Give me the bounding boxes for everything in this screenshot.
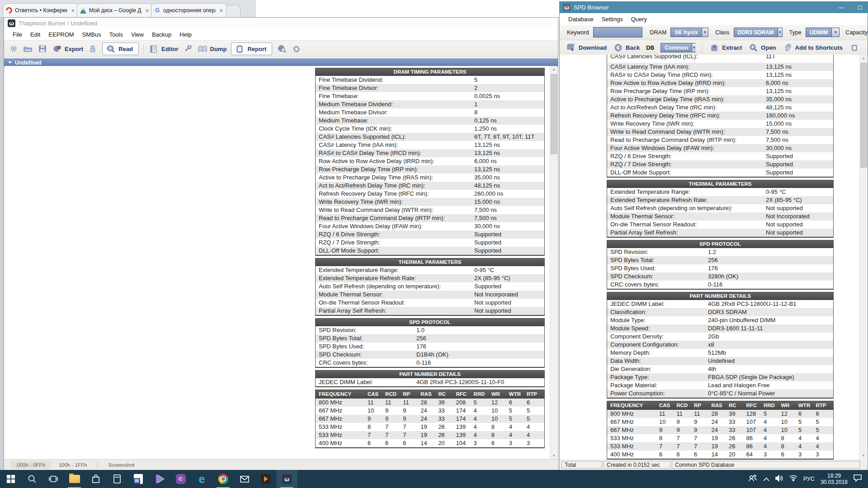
table-row: JEDEC DIMM Label:4GB 2Rx8 PC3-12800S-11-… — [316, 378, 544, 386]
scroll-down-icon[interactable]: ▼ — [860, 452, 867, 460]
viber-button[interactable]: ✆ — [170, 470, 191, 488]
spd-titlebar[interactable]: ω SPD Browser — ☐ — [560, 2, 868, 13]
scroll-thumb[interactable] — [860, 63, 867, 168]
back-button[interactable]: Back — [613, 43, 640, 52]
edge-button[interactable]: e — [191, 470, 212, 488]
wifi-icon[interactable] — [789, 475, 797, 483]
volume-icon[interactable] — [775, 475, 783, 483]
row-value: Supported — [473, 282, 544, 291]
table-row: 667 MHz1099243310741055 — [607, 418, 833, 426]
browser-tab-3[interactable]: G односторонняя операт × — [151, 3, 227, 17]
language-indicator[interactable]: РУС — [803, 476, 815, 482]
table-row: DLL-Off Mode Support:Supported — [607, 169, 833, 177]
keyword-input[interactable] — [593, 27, 642, 38]
scroll-down-icon[interactable]: ▼ — [550, 452, 557, 460]
row-label: Write to Read Command Delay (tWTR min): — [316, 206, 473, 214]
refresh-icon[interactable] — [291, 44, 301, 53]
menu-item[interactable]: Tools — [105, 30, 127, 39]
extract-button[interactable]: Extract — [709, 43, 742, 52]
menu-item[interactable]: File — [9, 30, 26, 39]
close-tab-icon[interactable]: × — [144, 7, 150, 14]
browser-tab-1[interactable]: Ответить • Конференци × — [3, 3, 79, 17]
cell: 4 — [509, 431, 527, 439]
thermal-section: THERMAL PARAMETERS Extended Temperature … — [607, 180, 834, 238]
cell: 8 — [781, 434, 799, 442]
clipped-toolbar-icon[interactable] — [852, 43, 857, 52]
menu-item[interactable]: View — [127, 30, 148, 39]
google-icon: G — [154, 7, 160, 14]
query-time: Created in 0,0152 sec — [604, 461, 670, 469]
kmplayer-button[interactable] — [149, 470, 170, 488]
task-view-button[interactable] — [42, 470, 64, 488]
open-folder-icon[interactable] — [23, 44, 33, 53]
save-icon[interactable] — [38, 44, 47, 53]
browser-tab-2[interactable]: Мой диск – Google Дис × — [77, 3, 153, 17]
mail-button[interactable] — [234, 470, 255, 488]
store-button[interactable] — [85, 470, 106, 488]
chrome-button[interactable] — [212, 470, 234, 488]
scrollbar-vertical[interactable]: ▲ ▼ — [859, 55, 867, 460]
scroll-up-icon[interactable]: ▲ — [550, 66, 557, 73]
start-button[interactable] — [0, 470, 21, 488]
row-label: RZQ / 7 Drive Strength: — [607, 160, 765, 169]
type-select[interactable]: UDIMM ▼ — [806, 28, 840, 37]
lock-icon[interactable] — [88, 44, 98, 53]
table-row: Component Density:2Gb — [607, 333, 833, 341]
export-button[interactable]: Export — [52, 44, 83, 53]
row-label: Fine Timebase Dividend: — [316, 76, 473, 84]
powerdvd-button[interactable] — [255, 470, 276, 488]
report-button[interactable]: Report — [231, 42, 272, 55]
menu-item[interactable]: Help — [175, 30, 196, 39]
open-button[interactable]: Open — [748, 43, 776, 52]
menu-item[interactable]: Query — [627, 14, 651, 24]
menu-item[interactable]: Database — [564, 14, 598, 24]
spd-filter-row: Keyword DRAM SK hynix ▼ Class DDR3 SDRAM… — [560, 25, 868, 40]
menu-item[interactable]: Backup — [148, 30, 175, 39]
cell: 24 — [420, 415, 438, 423]
menu-item[interactable]: Edit — [26, 30, 44, 39]
db-select[interactable]: Common ▼ — [660, 43, 696, 52]
calculator-button[interactable] — [106, 470, 127, 488]
close-tab-icon[interactable]: × — [70, 7, 75, 14]
screenshot-tab[interactable]: Screenshot — [102, 461, 140, 469]
row-label: Medium Timebase: — [316, 117, 473, 125]
minimize-button[interactable]: — — [834, 2, 849, 13]
export-icon — [52, 44, 62, 53]
dram-select[interactable]: SK hynix ▼ — [670, 28, 708, 37]
spd-menubar: DatabaseSettingsQuery — [560, 13, 868, 25]
dump-button[interactable]: Dump — [198, 44, 227, 53]
thaiphoon-taskbar-button[interactable]: ω — [276, 470, 297, 488]
row-label: Active to Precharge Delay Time (tRAS min… — [316, 174, 473, 182]
maximize-button[interactable]: ☐ — [852, 2, 868, 13]
clock[interactable]: 18:29 30.03.2018 — [821, 473, 848, 485]
scrollbar-vertical[interactable]: ▲ ▼ — [550, 66, 557, 460]
scroll-up-icon[interactable]: ▲ — [860, 55, 867, 62]
read-button[interactable]: Read — [102, 42, 139, 55]
close-tab-icon[interactable]: × — [218, 7, 224, 14]
add-to-shortcuts-button[interactable]: Add to Shortcuts — [783, 43, 843, 52]
people-icon[interactable] — [748, 474, 757, 483]
tray-expand-chevron-icon[interactable] — [763, 475, 769, 483]
word-button[interactable] — [127, 470, 149, 488]
thaiphoon-titlebar[interactable]: ω Thaiphoon Burner / Undefined — [4, 18, 558, 28]
menu-item[interactable]: SMBus — [78, 30, 105, 39]
search-button[interactable] — [21, 470, 42, 488]
column-header: RRD — [474, 390, 491, 399]
table-row: CAS# Latencies Supported (tCL):6T, 7T, 8… — [316, 133, 544, 141]
wrench-icon[interactable] — [183, 44, 193, 53]
download-button[interactable]: Download — [566, 43, 607, 52]
file-explorer-button[interactable] — [64, 470, 85, 488]
cell: 667 MHz — [316, 407, 368, 415]
action-center-icon[interactable] — [854, 474, 862, 483]
scroll-thumb[interactable] — [551, 74, 557, 154]
menu-item[interactable]: EEPROM — [44, 30, 78, 39]
settings-gear-icon[interactable] — [9, 44, 19, 53]
search-web-icon[interactable] — [277, 44, 287, 53]
class-select[interactable]: DDR3 SDRAM ▼ — [734, 28, 783, 37]
hex-page-tab-1[interactable]: 000h - 0FFh — [11, 461, 51, 469]
hex-page-tab-2[interactable]: 100h - 1FFh — [53, 461, 93, 469]
new-tab-button[interactable] — [226, 5, 241, 17]
menu-item[interactable]: Settings — [598, 14, 627, 24]
editor-button[interactable]: Editor — [149, 44, 179, 53]
row-value: 7,500 ns — [765, 136, 833, 144]
